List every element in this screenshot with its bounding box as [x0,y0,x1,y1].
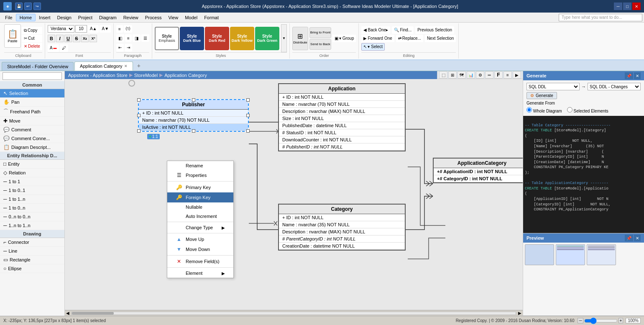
appcategory-row-2[interactable]: +# CategoryID : int NOT NULL [434,175,523,182]
canvas-scrollbar-thumb[interactable] [72,312,114,315]
appcategory-row-1[interactable]: +# ApplicationID : int NOT NULL [434,168,523,175]
ct-btn-3[interactable]: 🗺 [457,71,466,79]
handle-tl[interactable] [137,98,141,102]
zoom-slider[interactable] [584,319,618,322]
ctx-move-down[interactable]: ▼ Move Down [167,244,233,254]
strikethrough-btn[interactable]: S [73,35,80,42]
preview-thumb-2[interactable] [556,244,585,265]
select-btn[interactable]: ↖ ▾ Select [361,43,385,51]
zoom-out-btn[interactable]: ─ [578,318,583,323]
maximize-btn[interactable]: □ [623,3,631,10]
generate-btn[interactable]: ⚙ Generate [526,92,557,99]
group-btn[interactable]: ▣ ▾ Group [332,35,356,42]
canvas-scrollbar-track[interactable] [72,312,516,315]
search-box[interactable]: Type here what you want to do... [559,14,642,21]
tool-move[interactable]: ✚ Move [0,117,64,125]
next-selection-btn[interactable]: Next Selection [425,35,456,42]
cut-btn[interactable]: ✂ Cut [22,35,42,42]
app-row-7[interactable]: DownloadCounter : int NOT NULL [279,136,405,143]
back-one-btn[interactable]: ◀ Back One▸ [361,26,390,34]
ctx-remove-fields[interactable]: ✕ Remove Field(s) [167,256,233,266]
tool-selection[interactable]: ↖ Selection [0,89,64,98]
tool-1nto1n[interactable]: ─ 1..n to 1..n [0,221,64,230]
cat-row-4[interactable]: # ParentCategoryID : int NOT NULL [279,235,405,243]
canvas-scrollbar[interactable]: ◀ ▶ [65,310,523,316]
generate-pin-btn[interactable]: 📌 [625,72,633,79]
tool-line[interactable]: ─ Line [0,247,64,256]
ct-btn-8[interactable]: ≡ [503,71,512,79]
subscript-btn[interactable]: X₂ [81,35,89,42]
align-center-btn[interactable]: ≡ [125,34,132,42]
cat-row-2[interactable]: Name : nvarchar (35) NOT NULL [279,221,405,228]
sql-output[interactable]: -- Table Category -------------------- C… [523,116,644,233]
superscript-btn[interactable]: X² [89,35,97,42]
ctx-properties[interactable]: ☰ Properties [167,170,233,180]
breadcrumb-item-2[interactable]: StoreModel [134,73,158,78]
app-row-6[interactable]: # StatusID : int NOT NULL [279,129,405,136]
underline-btn[interactable]: U [64,35,72,42]
menu-insert[interactable]: Insert [36,14,54,21]
style-emphasis-btn[interactable]: Style Emphasis [155,27,179,50]
preview-pin-btn[interactable]: 📌 [625,235,633,241]
cat-row-3[interactable]: Description : nvarchar (MAX) NOT NULL [279,228,405,235]
panel-search-input[interactable] [3,72,62,80]
qa-undo-btn[interactable]: ↩ [24,3,32,10]
menu-view[interactable]: View [165,14,182,21]
menu-review[interactable]: Review [120,14,142,21]
menu-format[interactable]: Format [201,14,222,21]
font-family-select[interactable]: Verdana [48,25,74,33]
ctx-primary-key[interactable]: 🔑 Primary Key [167,182,233,192]
align-left-btn[interactable]: ◧ [116,34,124,42]
handle-tm[interactable] [192,98,195,102]
handle-bm[interactable] [192,129,195,133]
handle-ml[interactable] [137,114,141,117]
ct-btn-4[interactable]: 📊 [467,71,475,79]
preview-close-btn[interactable]: ✕ [634,235,641,241]
menu-process[interactable]: Process [142,14,165,21]
distribute-btn[interactable]: ⊞ Distribute [292,27,308,50]
previous-selection-btn[interactable]: Previous Selection [415,26,454,34]
generate-close-btn[interactable]: ✕ [634,72,641,79]
breadcrumb-item-3[interactable]: Application Category [164,73,207,78]
app-row-8[interactable]: # PublisherID : int NOT NULL [279,143,405,151]
tool-0nto0n[interactable]: ─ 0..n to 0..n [0,212,64,221]
align-justify-btn[interactable]: ☰ [141,34,149,42]
bold-btn[interactable]: B [48,35,55,42]
preview-thumb-3[interactable] [587,244,616,265]
tab-add-btn[interactable]: + [134,61,144,71]
font-size-input[interactable] [75,25,87,33]
font-grow-btn[interactable]: A▲ [88,25,99,33]
ctx-auto-increment[interactable]: Auto Increment [167,212,233,221]
ct-btn-1[interactable]: ⬚ [439,71,447,79]
styles-expand-btn[interactable]: ▼ [281,24,287,52]
style-darkblue-btn[interactable]: Style Dark Blue [180,27,204,50]
paste-btn[interactable]: 📋 Paste [4,24,21,48]
ct-btn-7[interactable]: F [494,71,503,79]
menu-home[interactable]: Home [16,14,36,21]
ctx-nullable[interactable]: Nullable [167,202,233,212]
gen-sql-type-select[interactable]: SQL DDL [526,83,580,90]
font-color-btn[interactable]: A▬ [48,44,59,52]
font-shrink-btn[interactable]: A▼ [100,25,111,33]
indent-decrease-btn[interactable]: ⇤ [116,44,124,51]
ct-btn-6[interactable]: ═ [485,71,493,79]
tool-1to0n[interactable]: ─ 1 to 0..n [0,204,64,212]
cat-row-5[interactable]: CreationDate : datetime NOT NULL [279,243,405,250]
app-row-2[interactable]: Name : nvarchar (70) NOT NULL [279,101,405,108]
ctx-change-type[interactable]: Change Type ▶ [167,223,233,232]
ctx-rename[interactable]: Rename [167,161,233,170]
preview-thumb-1[interactable] [525,244,554,265]
ctx-foreign-key[interactable]: 🔑 Foreign Key [167,192,233,202]
tab-appcategory[interactable]: Application Category ✕ [74,61,133,71]
align-right-btn[interactable]: ◨ [133,34,141,42]
indent-increase-btn[interactable]: ⇥ [125,44,132,51]
scroll-left-btn[interactable]: ◀ [65,311,71,315]
diagram-canvas[interactable]: Publisher + ID : int NOT NULL Name : nva… [65,79,523,310]
ctx-move-up[interactable]: ▲ Move Up [167,234,233,244]
app-row-4[interactable]: Size : int NOT NULL [279,115,405,122]
tab-appcategory-close[interactable]: ✕ [124,64,128,68]
app-row-1[interactable]: + ID : int NOT NULL [279,94,405,101]
handle-mr[interactable] [246,114,250,117]
breadcrumb-item-1[interactable]: Appstorex - Application Store [68,73,128,78]
tool-1to1n[interactable]: ─ 1 to 1..n [0,195,64,204]
